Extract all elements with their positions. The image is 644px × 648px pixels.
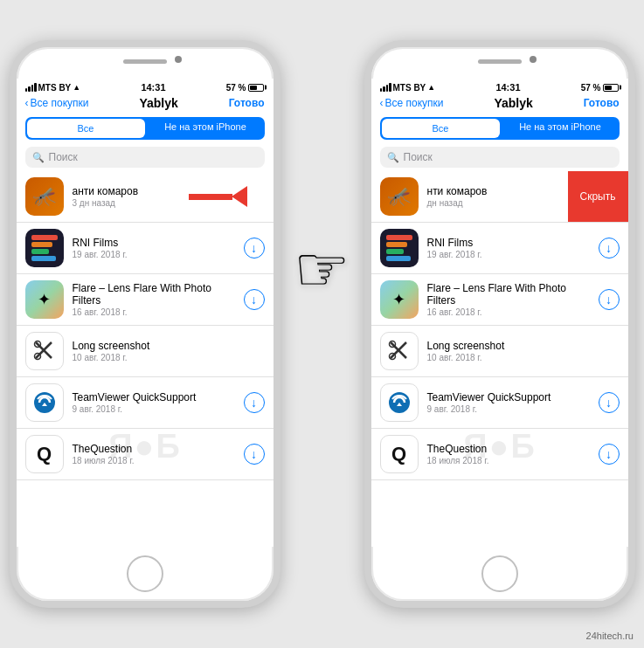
nav-title-right: Yablyk xyxy=(494,96,532,110)
app-icon-antik-right: 🦟 xyxy=(380,177,419,216)
svg-text:Я●Б: Я●Б xyxy=(108,428,182,465)
nav-back-button-right[interactable]: ‹ Все покупки xyxy=(380,97,444,109)
seg-all[interactable]: Все xyxy=(27,119,145,138)
wifi-icon-right: ▲ xyxy=(427,83,435,92)
rni-layer-2 xyxy=(31,242,52,247)
hide-button[interactable]: Скрыть xyxy=(568,171,628,222)
app-item-flare-right[interactable]: ✦ Flare – Lens Flare With Photo Filters … xyxy=(371,274,628,326)
signal-bar-2 xyxy=(28,86,31,92)
battery-fill-right xyxy=(605,86,612,90)
phone-camera xyxy=(175,56,182,63)
app-date-rni: 19 авг. 2018 г. xyxy=(73,250,235,259)
status-left-right: MTS BY ▲ xyxy=(380,83,436,93)
search-icon: 🔍 xyxy=(32,152,45,163)
app-date-tv-right: 9 авг. 2018 г. xyxy=(427,404,590,414)
app-info-antik-right: нти комаров дн назад xyxy=(427,185,592,208)
search-placeholder: Поиск xyxy=(49,151,78,163)
nav-back-button[interactable]: ‹ Все покупки xyxy=(25,97,89,109)
download-btn-rni[interactable]: ↓ xyxy=(244,238,265,259)
nav-done-button[interactable]: Готово xyxy=(229,97,265,109)
app-name-flare: Flare – Lens Flare With Photo Filters xyxy=(73,282,235,307)
phone-camera-right xyxy=(530,56,537,63)
rni-layer-r1 xyxy=(386,235,412,240)
hand-cursor-icon: ☞ xyxy=(294,232,350,306)
back-label-right: Все покупки xyxy=(385,97,444,109)
battery-icon-right xyxy=(603,84,619,92)
scissors-icon xyxy=(32,339,57,363)
home-button-left[interactable] xyxy=(127,555,163,592)
rni-layers-right xyxy=(381,230,418,266)
app-date-antik-right: дн назад xyxy=(427,198,592,208)
battery-percent: 57 % xyxy=(226,83,246,93)
download-btn-tv-right[interactable]: ↓ xyxy=(599,392,620,413)
status-right: 57 % xyxy=(226,83,265,93)
home-button-right[interactable] xyxy=(481,555,518,592)
nav-title: Yablyk xyxy=(139,96,177,110)
signal-bars-right xyxy=(380,83,391,92)
app-info-rni: RNI Films 19 авг. 2018 г. xyxy=(73,237,235,259)
left-phone-body: MTS BY ▲ 14:31 57 % ‹ Все покупки Yablyk xyxy=(10,40,280,608)
download-btn-tv[interactable]: ↓ xyxy=(244,392,265,413)
teamviewer-logo-icon-right xyxy=(385,389,413,417)
app-icon-flare: ✦ xyxy=(25,280,64,319)
download-btn-question[interactable]: ↓ xyxy=(244,444,265,465)
segmented-control: Все Не на этом iPhone xyxy=(25,117,265,140)
download-btn-rni-right[interactable]: ↓ xyxy=(599,238,620,259)
right-phone: MTS BY ▲ 14:31 57 % ‹ Все покупки Yablyk xyxy=(364,40,635,608)
app-icon-longscr xyxy=(25,332,64,370)
rni-layer-r2 xyxy=(386,242,407,247)
app-icon-rni-right xyxy=(380,229,419,267)
app-item-longscr[interactable]: Long screenshot 10 авг. 2018 г. xyxy=(17,326,274,377)
app-date-longscr-right: 10 авг. 2018 г. xyxy=(427,353,620,362)
app-name-longscr-right: Long screenshot xyxy=(427,340,620,352)
app-name-tv-right: TeamViewer QuickSupport xyxy=(427,391,590,403)
time-text-right: 14:31 xyxy=(495,82,520,93)
app-date-longscr: 10 авг. 2018 г. xyxy=(73,353,265,362)
left-phone: MTS BY ▲ 14:31 57 % ‹ Все покупки Yablyk xyxy=(10,40,280,608)
app-icon-longscr-right xyxy=(380,332,419,370)
signal-bar-r4 xyxy=(389,83,391,92)
signal-bar-r2 xyxy=(383,86,385,92)
search-icon-right: 🔍 xyxy=(387,152,399,163)
app-info-longscr: Long screenshot 10 авг. 2018 г. xyxy=(73,340,265,362)
download-btn-question-right[interactable]: ↓ xyxy=(599,444,620,465)
seg-not-on-iphone[interactable]: Не на этом iPhone xyxy=(147,117,265,140)
rni-layer-r3 xyxy=(386,249,404,254)
status-left: MTS BY ▲ xyxy=(25,83,81,93)
download-btn-flare[interactable]: ↓ xyxy=(244,289,265,310)
wifi-icon: ▲ xyxy=(73,83,80,92)
nav-done-button-right[interactable]: Готово xyxy=(584,97,620,109)
app-item-antik[interactable]: 🦟 анти комаров 3 дн назад xyxy=(17,171,274,223)
carrier-text: MTS BY xyxy=(38,83,72,93)
search-placeholder-right: Поиск xyxy=(404,151,433,163)
right-phone-body: MTS BY ▲ 14:31 57 % ‹ Все покупки Yablyk xyxy=(364,40,635,608)
seg-all-right[interactable]: Все xyxy=(382,119,500,138)
battery-icon xyxy=(248,84,264,92)
time-text: 14:31 xyxy=(141,82,165,93)
app-item-longscr-right[interactable]: Long screenshot 10 авг. 2018 г. xyxy=(371,326,628,377)
yablyk-watermark-right: Я●Б xyxy=(443,418,557,477)
status-right-right: 57 % xyxy=(581,83,620,93)
app-list-right: 🦟 нти комаров дн назад ↓ Скрыть xyxy=(371,171,628,547)
rni-layer-1 xyxy=(31,235,58,240)
app-item-flare[interactable]: ✦ Flare – Lens Flare With Photo Filters … xyxy=(17,274,274,326)
phone-speaker-right xyxy=(478,59,522,64)
app-icon-question-right: Q xyxy=(380,435,419,473)
arrow-indicator xyxy=(189,186,247,207)
app-item-antik-right[interactable]: 🦟 нти комаров дн назад ↓ Скрыть xyxy=(371,171,628,223)
app-info-flare-right: Flare – Lens Flare With Photo Filters 16… xyxy=(427,282,590,317)
search-bar-right[interactable]: 🔍 Поиск xyxy=(380,147,620,168)
signal-bar-r3 xyxy=(386,85,389,92)
app-date-rni-right: 19 авг. 2018 г. xyxy=(427,250,590,259)
app-item-rni[interactable]: RNI Films 19 авг. 2018 г. ↓ xyxy=(17,223,274,274)
nav-bar-right: ‹ Все покупки Yablyk Готово xyxy=(371,94,628,114)
download-btn-flare-right[interactable]: ↓ xyxy=(599,289,620,310)
back-chevron-right: ‹ xyxy=(380,97,384,109)
rni-layers xyxy=(26,230,63,266)
app-icon-tv-right xyxy=(380,383,419,422)
app-date-flare-right: 16 авг. 2018 г. xyxy=(427,307,590,317)
search-bar[interactable]: 🔍 Поиск xyxy=(25,147,265,168)
app-icon-antik: 🦟 xyxy=(25,177,64,216)
app-item-rni-right[interactable]: RNI Films 19 авг. 2018 г. ↓ xyxy=(371,223,628,274)
seg-not-on-iphone-right[interactable]: Не на этом iPhone xyxy=(502,117,620,140)
